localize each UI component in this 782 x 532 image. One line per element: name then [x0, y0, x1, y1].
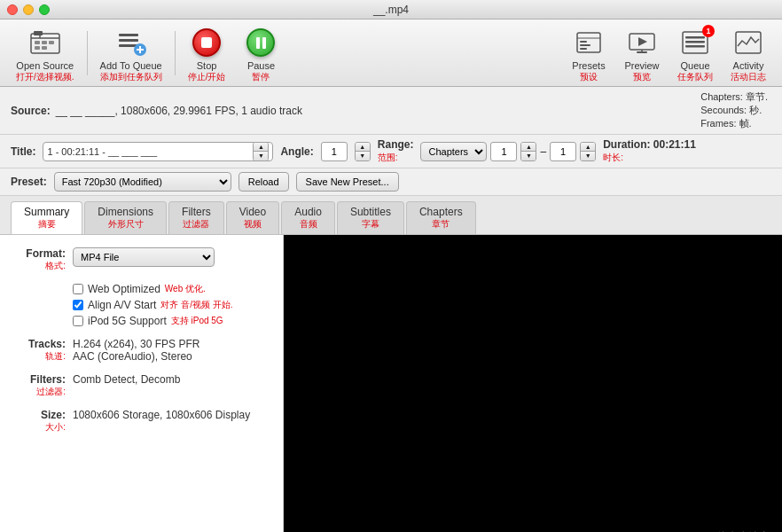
svg-rect-1	[34, 31, 43, 35]
open-source-icon	[29, 27, 61, 59]
format-select[interactable]: MP4 File	[73, 247, 215, 267]
pause-icon	[245, 27, 277, 59]
tabs-bar: Summary 摘要 Dimensions 外形尺寸 Filters 过滤器 V…	[0, 196, 782, 235]
angle-stepper-up[interactable]: ▲	[356, 143, 370, 152]
checkboxes-group: Web Optimized Web 优化. Align A/V Start 对齐…	[73, 283, 233, 327]
svg-rect-9	[119, 34, 138, 36]
tab-audio-sublabel: 音频	[294, 218, 322, 231]
rt-up[interactable]: ▲	[581, 143, 595, 152]
align-av-checkbox[interactable]	[73, 300, 83, 310]
size-label: Size:	[41, 407, 66, 421]
save-new-preset-button[interactable]: Save New Preset...	[296, 172, 399, 192]
svg-marker-21	[638, 37, 647, 46]
tab-video-label: Video	[239, 206, 266, 218]
tracks-video: H.264 (x264), 30 FPS PFR	[73, 338, 269, 350]
title-input[interactable]	[47, 146, 253, 157]
web-optimized-checkbox[interactable]	[73, 284, 83, 294]
filters-label: Filters:	[30, 372, 66, 386]
format-label: Format:	[26, 246, 66, 260]
add-queue-icon	[115, 27, 147, 59]
tab-dimensions-sublabel: 外形尺寸	[98, 218, 153, 231]
queue-button[interactable]: 1 Queue 任务队列	[669, 23, 722, 87]
angle-input[interactable]	[321, 142, 348, 161]
ipod-row[interactable]: iPod 5G Support 支持 iPod 5G	[73, 315, 233, 327]
presets-button[interactable]: Presets 预设	[562, 23, 615, 87]
rt-down[interactable]: ▼	[581, 152, 595, 160]
ipod-sublabel: 支持 iPod 5G	[171, 315, 223, 327]
tab-audio[interactable]: Audio 音频	[281, 201, 335, 234]
summary-panel: Format: 格式: MP4 File Web Optimized Web 优…	[0, 235, 284, 532]
svg-rect-18	[580, 44, 590, 46]
source-row: Source: __ __ _____, 1080x606, 29.9961 F…	[0, 87, 782, 135]
activity-label: Activity	[733, 60, 764, 71]
format-select-wrap[interactable]: MP4 File	[73, 247, 215, 267]
tab-dimensions[interactable]: Dimensions 外形尺寸	[84, 201, 167, 234]
tab-filters[interactable]: Filters 过滤器	[168, 201, 224, 234]
range-group: Chapters Seconds Frames ▲ ▼ – ▲ ▼	[420, 142, 596, 161]
tab-summary-label: Summary	[24, 206, 69, 218]
queue-sublabel: 任务队列	[677, 71, 713, 83]
stop-icon	[191, 27, 223, 59]
pause-button[interactable]: Pause 暂停	[234, 23, 287, 87]
minimize-button[interactable]	[23, 4, 34, 15]
title-stepper[interactable]: ▲ ▼	[253, 142, 269, 161]
range-from-stepper[interactable]: ▲ ▼	[520, 142, 536, 161]
size-sublabel: 大小:	[14, 421, 66, 434]
add-queue-label: Add To Queue	[100, 60, 162, 71]
svg-rect-19	[580, 48, 587, 50]
window-title: __.mp4	[373, 4, 409, 16]
activity-sublabel: 活动日志	[731, 71, 766, 83]
chapters-info: Chapters: 章节. Secounds: 秒. Frames: 帧.	[700, 90, 768, 130]
toolbar-sep-1	[87, 31, 88, 75]
svg-rect-4	[35, 41, 40, 44]
filters-sublabel: 过滤器:	[14, 386, 66, 398]
angle-label: Angle:	[280, 145, 313, 158]
web-optimized-row[interactable]: Web Optimized Web 优化.	[73, 283, 233, 295]
window-controls[interactable]	[7, 4, 50, 15]
toolbar-right: Presets 预设 Preview 预览	[562, 23, 775, 87]
svg-rect-7	[35, 46, 40, 50]
size-value: 1080x606 Storage, 1080x606 Display	[73, 409, 269, 421]
open-source-button[interactable]: Open Source 打开/选择视频.	[7, 23, 83, 87]
stepper-down[interactable]: ▼	[254, 152, 268, 160]
tab-subtitles[interactable]: Subtitles 字幕	[337, 201, 404, 234]
ipod-checkbox[interactable]	[73, 316, 83, 326]
toolbar-sep-2	[175, 31, 176, 75]
align-av-row[interactable]: Align A/V Start 对齐 音/视频 开始.	[73, 299, 233, 311]
preset-select[interactable]: Fast 720p30 (Modified)	[54, 172, 231, 192]
tab-filters-label: Filters	[182, 206, 211, 218]
preview-button[interactable]: Preview 预览	[615, 23, 669, 87]
range-to-stepper[interactable]: ▲ ▼	[580, 142, 596, 161]
close-button[interactable]	[7, 4, 18, 15]
tab-chapters[interactable]: Chapters 章节	[406, 201, 476, 234]
tab-summary[interactable]: Summary 摘要	[11, 201, 82, 234]
tab-audio-label: Audio	[294, 206, 322, 218]
rf-down[interactable]: ▼	[521, 152, 536, 160]
angle-stepper-down[interactable]: ▼	[356, 152, 370, 160]
activity-icon	[732, 27, 764, 59]
web-optimized-sublabel: Web 优化.	[165, 283, 206, 295]
add-to-queue-button[interactable]: Add To Queue 添加到任务队列	[91, 23, 171, 87]
reload-button[interactable]: Reload	[239, 172, 289, 192]
maximize-button[interactable]	[39, 4, 50, 15]
title-row: Title: ▲ ▼ Angle: ▲ ▼ Range:范围: Chapters…	[0, 135, 782, 168]
range-from-input[interactable]	[490, 142, 517, 161]
source-label: Source:	[11, 105, 51, 117]
tab-chapters-sublabel: 章节	[419, 218, 463, 231]
size-row: Size: 大小: 1080x606 Storage, 1080x606 Dis…	[14, 409, 269, 434]
stepper-up[interactable]: ▲	[254, 143, 268, 152]
stop-button[interactable]: Stop 停止/开始	[179, 23, 235, 87]
rf-up[interactable]: ▲	[521, 143, 536, 152]
angle-stepper[interactable]: ▲ ▼	[355, 142, 371, 161]
title-input-wrap[interactable]: ▲ ▼	[43, 142, 273, 161]
add-queue-sublabel: 添加到任务队列	[100, 71, 162, 83]
range-label: Range:范围:	[378, 138, 414, 164]
range-type-select[interactable]: Chapters Seconds Frames	[420, 142, 487, 161]
range-to-input[interactable]	[550, 142, 576, 161]
tab-video[interactable]: Video 视频	[226, 201, 279, 234]
preview-label: Preview	[624, 60, 659, 71]
pause-sublabel: 暂停	[252, 71, 270, 83]
chapters-label: Chapters: 章节.	[700, 90, 768, 104]
stop-label: Stop	[197, 60, 217, 71]
activity-button[interactable]: Activity 活动日志	[722, 23, 775, 87]
